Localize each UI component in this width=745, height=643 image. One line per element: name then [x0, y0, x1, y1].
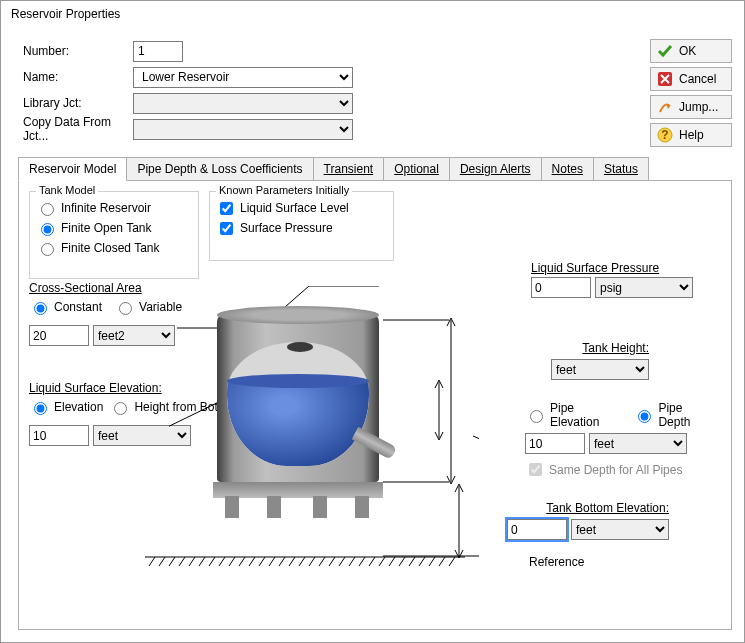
- svg-line-31: [399, 557, 405, 566]
- dialog-title: Reservoir Properties: [1, 1, 744, 25]
- svg-line-33: [419, 557, 425, 566]
- lsp-unit[interactable]: psig: [595, 277, 693, 298]
- radio-pipe-depth[interactable]: Pipe Depth: [633, 405, 715, 425]
- cross-section-block: Cross-Sectional Area Constant Variable f…: [29, 281, 182, 346]
- svg-text:?: ?: [661, 128, 668, 142]
- jump-button[interactable]: Jump...: [650, 95, 732, 119]
- radio-finite-open[interactable]: Finite Open Tank: [36, 218, 192, 238]
- name-label: Name:: [23, 70, 133, 84]
- radio-elevation[interactable]: Elevation: [29, 397, 103, 417]
- check-icon: [657, 43, 673, 59]
- dialog-window: Reservoir Properties Number: Name: Lower…: [0, 0, 745, 643]
- cancel-label: Cancel: [679, 72, 716, 86]
- tab-status[interactable]: Status: [593, 157, 649, 181]
- radio-constant[interactable]: Constant: [29, 297, 102, 317]
- svg-line-24: [329, 557, 335, 566]
- help-button[interactable]: ? Help: [650, 123, 732, 147]
- name-select[interactable]: Lower Reservoir: [133, 67, 353, 88]
- svg-line-11: [199, 557, 205, 566]
- cross-section-value[interactable]: [29, 325, 89, 346]
- svg-line-12: [209, 557, 215, 566]
- tank-height-unit[interactable]: feet: [551, 359, 649, 380]
- lse-value[interactable]: [29, 425, 89, 446]
- svg-line-7: [159, 557, 165, 566]
- tab-pipe-depth[interactable]: Pipe Depth & Loss Coefficients: [126, 157, 313, 181]
- svg-line-8: [169, 557, 175, 566]
- svg-line-13: [219, 557, 225, 566]
- pipe-unit[interactable]: feet: [589, 433, 687, 454]
- svg-line-14: [229, 557, 235, 566]
- svg-line-9: [179, 557, 185, 566]
- number-label: Number:: [23, 44, 133, 58]
- lsp-value[interactable]: [531, 277, 591, 298]
- svg-line-34: [429, 557, 435, 566]
- tank-model-legend: Tank Model: [36, 184, 98, 196]
- radio-finite-closed[interactable]: Finite Closed Tank: [36, 238, 192, 258]
- check-liquid-level[interactable]: Liquid Surface Level: [216, 198, 387, 218]
- liquid-surface-pressure-block: Liquid Surface Pressure psig: [531, 261, 711, 298]
- copy-select[interactable]: [133, 119, 353, 140]
- svg-line-16: [249, 557, 255, 566]
- tank-model-group: Tank Model Infinite Reservoir Finite Ope…: [29, 191, 199, 279]
- same-depth-row: Same Depth for All Pipes: [525, 460, 715, 479]
- svg-line-19: [279, 557, 285, 566]
- tab-reservoir-model[interactable]: Reservoir Model: [18, 157, 127, 181]
- svg-line-26: [349, 557, 355, 566]
- help-label: Help: [679, 128, 704, 142]
- svg-line-35: [439, 557, 445, 566]
- svg-line-21: [299, 557, 305, 566]
- cross-section-unit[interactable]: feet2: [93, 325, 175, 346]
- tbe-unit[interactable]: feet: [571, 519, 669, 540]
- svg-line-36: [449, 557, 455, 566]
- tank-height-title: Tank Height:: [459, 341, 649, 355]
- svg-line-20: [289, 557, 295, 566]
- tab-transient[interactable]: Transient: [313, 157, 385, 181]
- tab-notes[interactable]: Notes: [541, 157, 594, 181]
- side-buttons: OK Cancel Jump... ? Help: [650, 39, 732, 151]
- tab-strip: Reservoir Model Pipe Depth & Loss Coeffi…: [18, 157, 648, 181]
- jump-icon: [657, 99, 673, 115]
- tab-design-alerts[interactable]: Design Alerts: [449, 157, 542, 181]
- copy-label: Copy Data From Jct...: [23, 115, 133, 143]
- library-label: Library Jct:: [23, 96, 133, 110]
- x-icon: [657, 71, 673, 87]
- svg-line-28: [369, 557, 375, 566]
- svg-line-6: [149, 557, 155, 566]
- svg-line-17: [259, 557, 265, 566]
- pipe-block: Pipe Elevation Pipe Depth feet Same Dept…: [525, 405, 715, 479]
- radio-infinite[interactable]: Infinite Reservoir: [36, 198, 192, 218]
- same-depth-check: [529, 463, 542, 476]
- svg-line-18: [269, 557, 275, 566]
- radio-pipe-elevation[interactable]: Pipe Elevation: [525, 405, 623, 425]
- ok-label: OK: [679, 44, 696, 58]
- help-icon: ?: [657, 127, 673, 143]
- cross-section-title: Cross-Sectional Area: [29, 281, 182, 295]
- tab-optional[interactable]: Optional: [383, 157, 450, 181]
- ok-button[interactable]: OK: [650, 39, 732, 63]
- tbe-value[interactable]: [507, 519, 567, 540]
- library-select[interactable]: [133, 93, 353, 114]
- tbe-title: Tank Bottom Elevation:: [459, 501, 669, 515]
- cancel-button[interactable]: Cancel: [650, 67, 732, 91]
- number-input[interactable]: [133, 41, 183, 62]
- svg-line-25: [339, 557, 345, 566]
- svg-line-15: [239, 557, 245, 566]
- svg-line-32: [409, 557, 415, 566]
- svg-line-30: [389, 557, 395, 566]
- check-surface-pressure[interactable]: Surface Pressure: [216, 218, 387, 238]
- lsp-title: Liquid Surface Pressure: [531, 261, 711, 275]
- tab-panel: Tank Model Infinite Reservoir Finite Ope…: [18, 180, 732, 630]
- known-legend: Known Parameters Initially: [216, 184, 352, 196]
- pipe-value[interactable]: [525, 433, 585, 454]
- same-depth-label: Same Depth for All Pipes: [549, 463, 682, 477]
- tank-height-block: Tank Height: feet: [459, 341, 649, 380]
- reference-label: Reference: [529, 555, 584, 569]
- svg-line-23: [319, 557, 325, 566]
- svg-line-22: [309, 557, 315, 566]
- header-form: Number: Name: Lower Reservoir Library Jc…: [23, 39, 403, 143]
- known-params-group: Known Parameters Initially Liquid Surfac…: [209, 191, 394, 261]
- svg-line-29: [379, 557, 385, 566]
- jump-label: Jump...: [679, 100, 718, 114]
- svg-line-27: [359, 557, 365, 566]
- svg-line-10: [189, 557, 195, 566]
